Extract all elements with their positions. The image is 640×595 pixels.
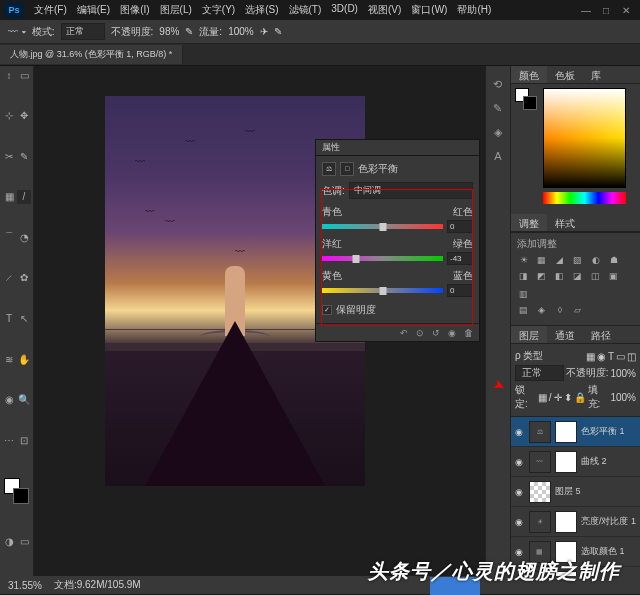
tab-color[interactable]: 颜色 <box>511 66 547 83</box>
visibility-toggle[interactable]: ◉ <box>515 427 525 437</box>
wand-tool[interactable]: ✥ <box>17 109 31 123</box>
tab-layers[interactable]: 图层 <box>511 326 547 343</box>
layer-adj-thumb[interactable]: ☀ <box>529 511 551 533</box>
move-tool[interactable]: ↕ <box>2 68 16 82</box>
brush-tool[interactable]: / <box>17 190 31 204</box>
blend-mode[interactable]: 正常 <box>515 365 564 381</box>
adj-thresh[interactable]: ▥ <box>517 289 531 303</box>
filter-pixel[interactable]: ▦ <box>586 351 595 362</box>
crop-tool[interactable]: ✂ <box>2 149 16 163</box>
filter-type[interactable]: T <box>608 351 614 362</box>
delete-icon[interactable]: 🗑 <box>464 328 473 338</box>
layer-name[interactable]: 亮度/对比度 1 <box>581 515 636 528</box>
view-prev-icon[interactable]: ⊙ <box>416 328 424 338</box>
menu-layer[interactable]: 图层(L) <box>156 1 196 19</box>
lock-nest[interactable]: ⬍ <box>564 392 572 403</box>
layer-opacity[interactable]: 100% <box>610 368 636 379</box>
menu-image[interactable]: 图像(I) <box>116 1 153 19</box>
screenmode-tool[interactable]: ▭ <box>17 534 31 548</box>
visibility-icon[interactable]: ◉ <box>448 328 456 338</box>
menu-window[interactable]: 窗口(W) <box>407 1 451 19</box>
layer-name[interactable]: 选取颜色 1 <box>581 545 625 558</box>
lock-all[interactable]: 🔒 <box>574 392 586 403</box>
lock-pos[interactable]: ✛ <box>554 392 562 403</box>
adj-levels[interactable]: ▦ <box>535 255 549 269</box>
layer-fill[interactable]: 100% <box>610 392 636 403</box>
tab-channels[interactable]: 通道 <box>547 326 583 343</box>
minimize-button[interactable]: — <box>580 5 592 16</box>
clone-icon[interactable]: ◈ <box>486 120 510 144</box>
stamp-tool[interactable]: ⌒ <box>2 230 16 244</box>
edit-toolbar[interactable]: ⊡ <box>17 433 31 447</box>
lock-pixel[interactable]: / <box>549 392 552 403</box>
lock-trans[interactable]: ▦ <box>538 392 547 403</box>
layer-name[interactable]: 曲线 2 <box>581 455 607 468</box>
pen-tool[interactable]: ≋ <box>2 352 16 366</box>
zoom-level[interactable]: 31.55% <box>8 580 42 591</box>
layer-adj-thumb[interactable]: 〰 <box>529 451 551 473</box>
type-tool[interactable]: T <box>2 311 16 325</box>
airbrush-icon[interactable]: ✈ <box>260 26 268 37</box>
adj-vibrance[interactable]: ◐ <box>589 255 603 269</box>
lasso-tool[interactable]: ⊹ <box>2 109 16 123</box>
tab-styles[interactable]: 样式 <box>547 214 583 231</box>
layer-name[interactable]: 色彩平衡 1 <box>581 425 625 438</box>
menu-edit[interactable]: 编辑(E) <box>73 1 114 19</box>
menu-view[interactable]: 视图(V) <box>364 1 405 19</box>
layer-mask-thumb[interactable] <box>555 511 577 533</box>
hand-tool[interactable]: ✋ <box>17 352 31 366</box>
layer-adj-thumb[interactable]: ⚖ <box>529 421 551 443</box>
adj-selcol[interactable]: ◈ <box>535 305 549 319</box>
properties-tab[interactable]: 属性 <box>316 140 479 156</box>
tab-adjust[interactable]: 调整 <box>511 214 547 231</box>
menu-select[interactable]: 选择(S) <box>241 1 282 19</box>
flow-value[interactable]: 100% <box>228 26 254 37</box>
color-swatch[interactable] <box>515 88 537 110</box>
zoom-tool[interactable]: 🔍 <box>17 393 31 407</box>
visibility-toggle[interactable]: ◉ <box>515 487 525 497</box>
menu-3d[interactable]: 3D(D) <box>327 1 362 19</box>
visibility-toggle[interactable]: ◉ <box>515 547 525 557</box>
tab-lib[interactable]: 库 <box>583 66 609 83</box>
adj-bw[interactable]: ◨ <box>517 271 531 285</box>
adj-hue[interactable]: ☗ <box>607 255 621 269</box>
history-icon[interactable]: ⟲ <box>486 72 510 96</box>
doc-tab[interactable]: 人物.jpg @ 31.6% (色彩平衡 1, RGB/8) * <box>0 45 183 64</box>
layer-mask-thumb[interactable] <box>555 421 577 443</box>
adj-brightness[interactable]: ☀ <box>517 255 531 269</box>
rotate-tool[interactable]: ◉ <box>2 393 16 407</box>
quickmask-tool[interactable]: ◑ <box>2 534 16 548</box>
hue-strip[interactable] <box>543 192 626 204</box>
slider-track[interactable] <box>322 254 443 264</box>
adj-poster[interactable]: ▣ <box>607 271 621 285</box>
menu-file[interactable]: 文件(F) <box>30 1 71 19</box>
clip-icon[interactable]: ↶ <box>400 328 408 338</box>
color-chips[interactable] <box>4 478 29 504</box>
marquee-tool[interactable]: ▭ <box>17 68 31 82</box>
slider-value[interactable]: -43 <box>447 252 473 265</box>
slider-track[interactable] <box>322 286 443 296</box>
opacity-value[interactable]: 98% <box>159 26 179 37</box>
adj-more1[interactable]: ◊ <box>553 305 567 319</box>
filter-shape[interactable]: ▭ <box>616 351 625 362</box>
filter-adj[interactable]: ◉ <box>597 351 606 362</box>
eraser-tool[interactable]: ⟋ <box>2 271 16 285</box>
slider-value[interactable]: 0 <box>447 284 473 297</box>
close-button[interactable]: ✕ <box>620 5 632 16</box>
layer-row[interactable]: ◉ ⚖ 色彩平衡 1 <box>511 417 640 447</box>
layer-mask-thumb[interactable] <box>555 451 577 473</box>
pressure-size-icon[interactable]: ✎ <box>274 26 282 37</box>
layer-row[interactable]: ◉ 图层 5 <box>511 477 640 507</box>
path-tool[interactable]: ↖ <box>17 311 31 325</box>
adj-mixer[interactable]: ◧ <box>553 271 567 285</box>
brushes-icon[interactable]: ✎ <box>486 96 510 120</box>
heal-tool[interactable]: ▦ <box>2 190 16 204</box>
adjustment-icon[interactable]: ⚖ <box>322 162 336 176</box>
pressure-opacity-icon[interactable]: ✎ <box>185 26 193 37</box>
adj-curves[interactable]: ◢ <box>553 255 567 269</box>
adj-photo[interactable]: ◩ <box>535 271 549 285</box>
reset-icon[interactable]: ↺ <box>432 328 440 338</box>
menu-filter[interactable]: 滤镜(T) <box>285 1 326 19</box>
slider-track[interactable] <box>322 222 443 232</box>
slider-value[interactable]: 0 <box>447 220 473 233</box>
